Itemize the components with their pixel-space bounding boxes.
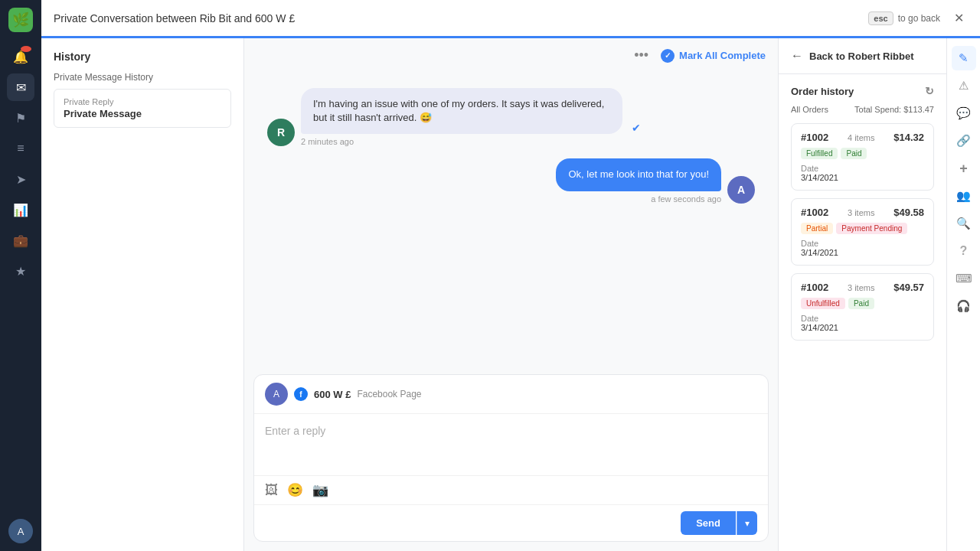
inbox-icon[interactable]: ✉ (7, 73, 34, 101)
conversation-title: Private Conversation between Rib Bit and… (54, 12, 868, 24)
history-title: History (54, 51, 231, 63)
body-area: History Private Message History Private … (41, 38, 980, 551)
order-id: #1002 (801, 207, 828, 218)
order-date: 3/14/2021 (801, 173, 924, 182)
order-card-header: #1002 3 items $49.57 (801, 282, 924, 293)
briefcase-icon[interactable]: 💼 (7, 227, 34, 254)
order-history-section: Order history ↻ All Orders Total Spend: … (779, 74, 946, 551)
panel-title: Back to Robert Ribbet (809, 51, 914, 62)
plus-icon[interactable]: + (952, 156, 976, 181)
all-orders-label: All Orders (791, 105, 828, 114)
composer-toolbar: 🖼 😊 📷 (254, 475, 768, 504)
order-items: 3 items (848, 283, 874, 292)
send-icon[interactable]: ➤ (7, 165, 34, 193)
search-icon[interactable]: 🔍 (952, 211, 976, 236)
message-col: Ok, let me look into that for you! a few… (556, 158, 721, 203)
composer-avatar: A (265, 383, 288, 406)
message-col: I'm having an issue with one of my order… (301, 88, 641, 146)
order-items: 4 items (848, 133, 874, 142)
notification-badge (21, 46, 31, 52)
message-row: Ok, let me look into that for you! a few… (267, 158, 755, 203)
order-badges: Partial Payment Pending (801, 223, 924, 234)
send-dropdown-button[interactable]: ▾ (737, 511, 757, 535)
main-content: Private Conversation between Rib Bit and… (41, 0, 980, 551)
list-icon[interactable]: ≡ (7, 135, 34, 162)
chart-icon[interactable]: 📊 (7, 196, 34, 223)
history-item-label: Private Reply (64, 97, 221, 106)
back-button[interactable]: ← (791, 49, 803, 63)
order-date: 3/14/2021 (801, 248, 924, 257)
reply-input[interactable]: Enter a reply (254, 414, 768, 475)
history-section-title: Private Message History (54, 72, 231, 83)
more-options-button[interactable]: ••• (634, 47, 648, 64)
order-date-label: Date (801, 164, 924, 173)
incoming-bubble: I'm having an issue with one of my order… (301, 88, 622, 134)
order-history-title: Order history ↻ (791, 85, 934, 97)
message-row: R I'm having an issue with one of my ord… (267, 88, 755, 146)
order-amount: $14.32 (893, 132, 924, 143)
order-badges: Fulfilled Paid (801, 148, 924, 159)
emoji-icon[interactable]: 😊 (287, 482, 303, 498)
message-timestamp: a few seconds ago (651, 194, 721, 204)
order-card[interactable]: #1002 3 items $49.58 Partial Payment Pen… (791, 198, 934, 266)
composer-channel: 600 W £ (314, 389, 351, 400)
refresh-icon[interactable]: ↻ (925, 85, 934, 97)
user-avatar[interactable]: A (8, 519, 33, 543)
send-button[interactable]: Send (681, 511, 736, 535)
history-item-name: Private Message (64, 108, 221, 119)
chat-bubble-icon[interactable]: 💬 (952, 101, 976, 126)
keyboard-icon[interactable]: ⌨ (952, 266, 976, 291)
alert-icon[interactable]: ⚠ (952, 73, 976, 98)
order-id: #1002 (801, 132, 828, 143)
mark-complete-button[interactable]: ✓ Mark All Complete (661, 49, 766, 63)
order-amount: $49.57 (893, 282, 924, 293)
partial-badge: Partial (801, 223, 833, 234)
total-spend: Total Spend: $113.47 (854, 105, 934, 114)
order-card[interactable]: #1002 3 items $49.57 Unfulfilled Paid Da… (791, 273, 934, 341)
esc-shortcut: esc to go back (868, 11, 940, 25)
composer-header: A f 600 W £ Facebook Page (254, 375, 768, 414)
esc-badge: esc (868, 11, 893, 25)
order-badges: Unfulfilled Paid (801, 298, 924, 309)
fulfilled-badge: Fulfilled (801, 148, 838, 159)
app-logo: 🌿 (8, 8, 33, 32)
agent-avatar: A (727, 176, 755, 204)
chat-header: ••• ✓ Mark All Complete (244, 38, 778, 73)
order-amount: $49.58 (893, 207, 924, 218)
notification-icon[interactable]: 🔔 (7, 43, 34, 70)
chat-area: ••• ✓ Mark All Complete R I'm having an … (244, 38, 778, 551)
message-timestamp: 2 minutes ago (301, 137, 641, 146)
sender-avatar: R (267, 119, 295, 146)
composer-footer: Send ▾ (254, 504, 768, 541)
outgoing-bubble: Ok, let me look into that for you! (556, 158, 721, 191)
check-icon: ✓ (661, 49, 675, 63)
edit-icon[interactable]: ✎ (952, 46, 976, 70)
order-date-label: Date (801, 314, 924, 323)
order-date: 3/14/2021 (801, 323, 924, 332)
order-date-label: Date (801, 239, 924, 248)
facebook-icon: f (294, 387, 308, 401)
order-card[interactable]: #1002 4 items $14.32 Fulfilled Paid Date… (791, 123, 934, 191)
headset-icon[interactable]: 🎧 (952, 294, 976, 318)
attachment-icon[interactable]: 🖼 (265, 483, 278, 498)
close-button[interactable]: ✕ (949, 9, 968, 28)
reply-composer: A f 600 W £ Facebook Page Enter a reply … (253, 374, 769, 542)
panel-header: ← Back to Robert Ribbet (779, 38, 946, 74)
composer-channel-type: Facebook Page (357, 389, 421, 399)
order-id: #1002 (801, 282, 828, 293)
history-item[interactable]: Private Reply Private Message (54, 89, 231, 128)
left-sidebar: 🌿 🔔 ✉ ⚑ ≡ ➤ 📊 💼 ★ A (0, 0, 41, 551)
flag-icon[interactable]: ⚑ (7, 104, 34, 132)
link-icon[interactable]: 🔗 (952, 129, 976, 153)
esc-text: to go back (898, 13, 940, 24)
users-icon[interactable]: 👥 (952, 184, 976, 208)
orders-summary: All Orders Total Spend: $113.47 (791, 105, 934, 114)
mark-complete-label: Mark All Complete (679, 50, 766, 61)
top-bar: Private Conversation between Rib Bit and… (41, 0, 980, 38)
order-items: 3 items (848, 208, 874, 217)
question-icon[interactable]: ? (952, 239, 976, 263)
order-card-header: #1002 3 items $49.58 (801, 207, 924, 218)
order-card-header: #1002 4 items $14.32 (801, 132, 924, 143)
camera-icon[interactable]: 📷 (312, 482, 328, 498)
star-icon[interactable]: ★ (7, 257, 34, 285)
